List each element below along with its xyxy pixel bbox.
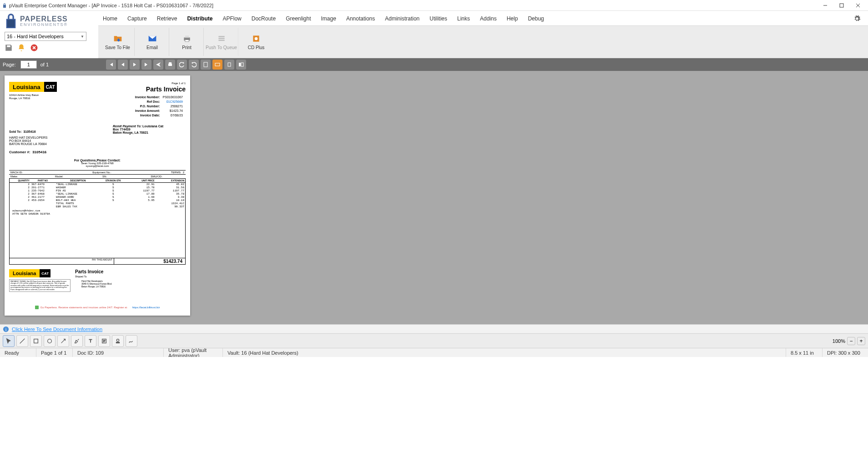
menubar: HomeCaptureRetrieveDistributeAPFlowDocRo… [98,11,868,25]
header-row-1: MACH ID: Equipment No.: TERMS: 2 [9,170,186,175]
remit-to: Remit Payment To: Louisiana Cat Box 7744… [113,125,186,154]
svg-rect-18 [241,63,243,66]
highlight-tool[interactable] [71,335,83,347]
undo-button[interactable] [177,60,187,70]
bell-icon[interactable] [17,44,25,52]
app-lock-icon [2,3,7,8]
vendor-logo: Louisiana CAT [9,82,57,92]
prev-page-button[interactable] [118,60,128,70]
header: PAPERLESS ENVIRONMENTS® 16 - Hard Hat De… [0,11,868,58]
maximize-button[interactable] [833,0,850,10]
menu-help[interactable]: Help [506,15,519,23]
actual-size-button[interactable] [224,60,234,70]
note-tool[interactable] [98,335,110,347]
fit-width-button[interactable] [212,60,222,70]
menu-capture[interactable]: Capture [126,15,148,23]
ellipse-tool[interactable] [44,335,56,347]
vendor-address: 10414 Airline Hwy Baton Rouge, LA 70816 [9,94,57,100]
annotation-toolbar: 100% − + [0,333,868,348]
document-page: Louisiana CAT 10414 Airline Hwy Baton Ro… [5,75,190,316]
line-tool[interactable] [16,335,28,347]
menu-home[interactable]: Home [102,15,118,23]
svg-rect-8 [218,38,224,39]
questions-contact: For Questions,Please Contact: Sean Young… [9,159,186,167]
customer-number: Customer #: 3105416 [9,150,48,154]
ribbon-email[interactable]: Email [136,28,169,56]
next-page-button[interactable] [130,60,140,70]
ribbon-push-to-queue: Push To Queue [205,28,238,56]
menu-debug[interactable]: Debug [527,15,545,23]
table-row: 2367-8468*SEAL-LINKAGES17.8935.78 [10,192,186,196]
status-ready: Ready [0,348,36,357]
ribbon-print[interactable]: Print [170,28,204,56]
close-button[interactable] [850,0,866,10]
stamp-tool[interactable] [112,335,124,347]
menu-annotations[interactable]: Annotations [345,15,376,23]
page-of: Page 1 of 1 [134,82,186,85]
gear-icon[interactable] [853,15,861,22]
status-size: 8.5 x 11 in [786,348,823,357]
last-page-button[interactable] [141,60,151,70]
save-icon[interactable] [5,44,13,52]
viewer-toolbar: Page: of 1 [0,58,868,71]
menu-utilities[interactable]: Utilities [429,15,448,23]
pointer-tool[interactable] [3,335,15,347]
svg-rect-5 [185,35,188,37]
status-page: Page 1 of 1 [36,348,73,357]
thumbnails-button[interactable] [236,60,246,70]
vault-combo[interactable]: 16 - Hard Hat Developers ▼ [5,32,86,41]
svg-rect-15 [215,63,220,66]
svg-rect-14 [204,62,207,67]
send-button[interactable] [153,60,163,70]
document-canvas[interactable]: Louisiana CAT 10414 Airline Hwy Baton Ro… [0,71,868,324]
titlebar: pVault Enterprise Content Manager - [AP … [0,0,868,11]
freehand-tool[interactable] [126,335,137,347]
invoice-stub: Louisiana CAT PAYMENT TERMS: Net 30 Days… [9,269,186,292]
svg-rect-21 [34,339,38,343]
text-tool[interactable] [85,335,96,347]
document-info-link[interactable]: Click Here To See Document Information [12,326,102,332]
delete-icon[interactable] [30,44,38,52]
first-page-button[interactable] [106,60,116,70]
menu-links[interactable]: Links [456,15,471,23]
page-label: Page: [3,62,16,67]
table-row: 2201-2771WASHERS15.7831.56 [10,186,186,189]
menu-distribute[interactable]: Distribute [186,15,213,23]
menu-addins[interactable]: Addins [479,15,498,23]
status-dpi: DPI: 300 x 300 [823,348,868,357]
brand-logo: PAPERLESS ENVIRONMENTS® [5,14,94,28]
header-row-2: Make: Model: SN: SMU/OD: [9,175,186,179]
menu-greenlight[interactable]: Greenlight [285,15,312,23]
brand-lock-icon [5,14,17,28]
pay-this-amount: PAY THIS AMOUNT $1423.74 [9,258,186,265]
ribbon-save-to-file[interactable]: Save To File [101,28,135,56]
rectangle-tool[interactable] [30,335,42,347]
menu-image[interactable]: Image [320,15,337,23]
svg-rect-9 [218,40,224,41]
svg-rect-12 [168,64,172,66]
arrow-tool[interactable] [57,335,69,347]
menu-retrieve[interactable]: Retrieve [156,15,178,23]
menu-apflow[interactable]: APFlow [222,15,242,23]
window-title: pVault Enterprise Content Manager - [AP … [9,3,817,8]
vault-combo-value: 16 - Hard Hat Developers [7,34,64,39]
menu-docroute[interactable]: DocRoute [251,15,277,23]
invoice-meta: Invoice Number:PS010631067Ref Doc:01C925… [134,95,186,118]
table-row: 1235-7642PIN ASS1197.771197.77 [10,189,186,192]
fit-page-button[interactable] [201,60,211,70]
line-items-table: QUANTITYPART NODESCRIPTIONSTK/NON-STKUNI… [9,179,186,208]
redo-button[interactable] [189,60,199,70]
svg-rect-17 [239,63,241,66]
billtrust-link[interactable]: https://lacat.billtrust.biz [132,306,160,309]
page-of-label: of 1 [40,62,49,67]
zoom-in-button[interactable]: + [857,337,865,345]
menu-administration[interactable]: Administration [384,15,420,23]
brand-line1: PAPERLESS [20,15,68,23]
minimize-button[interactable] [817,0,833,10]
sold-to: Sold To: 3105416 HARD HAT DEVELOPERSPO B… [9,130,48,154]
ribbon-cd-plus[interactable]: CD Plus [239,28,273,56]
page-input[interactable] [20,60,37,69]
print-toolbar-button[interactable] [165,60,175,70]
status-user: User: pva (pVault Administrator) [164,348,223,357]
zoom-out-button[interactable]: − [847,337,855,345]
